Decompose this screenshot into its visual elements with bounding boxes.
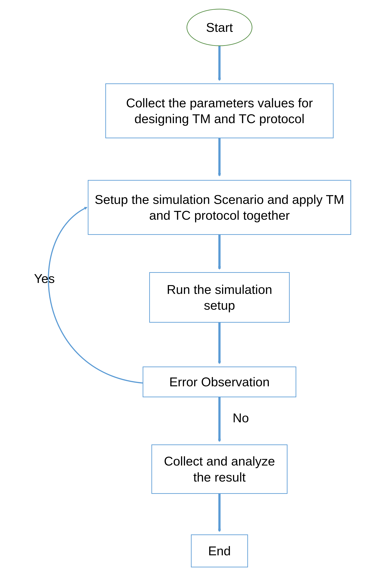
start-node: Start (187, 9, 252, 46)
collect-params-text: Collect the parameters values for design… (110, 95, 329, 127)
setup-scenario-text: Setup the simulation Scenario and apply … (93, 192, 346, 223)
collect-params-node: Collect the parameters values for design… (105, 83, 334, 138)
flowchart-canvas: Start Collect the parameters values for … (0, 0, 388, 588)
error-observation-text: Error Observation (169, 374, 270, 390)
error-observation-node: Error Observation (143, 367, 296, 397)
run-simulation-text: Run the simulation setup (154, 282, 285, 313)
run-simulation-node: Run the simulation setup (149, 272, 290, 323)
no-label: No (233, 410, 249, 425)
collect-analyze-text: Collect and analyze the result (156, 453, 282, 485)
end-text: End (208, 543, 231, 559)
yes-label: Yes (34, 271, 55, 286)
end-node: End (191, 535, 248, 567)
setup-scenario-node: Setup the simulation Scenario and apply … (88, 180, 351, 235)
start-text: Start (206, 20, 233, 36)
collect-analyze-node: Collect and analyze the result (151, 444, 288, 494)
